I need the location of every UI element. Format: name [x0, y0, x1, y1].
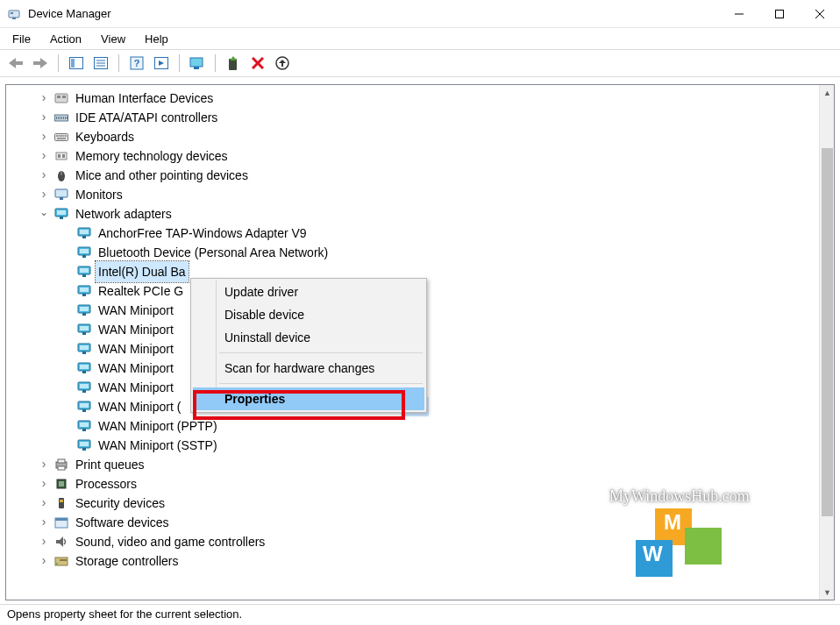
svg-rect-19: [190, 58, 203, 67]
svg-rect-32: [58, 117, 59, 119]
scroll-up-arrow[interactable]: ▲: [820, 85, 835, 100]
chevron-right-icon[interactable]: [38, 131, 50, 143]
show-hide-tree-button[interactable]: [66, 53, 87, 74]
chevron-right-icon[interactable]: [38, 458, 50, 471]
action-toolbar-button[interactable]: [151, 53, 172, 74]
chevron-none: [61, 420, 73, 432]
svg-rect-68: [80, 307, 89, 311]
scroll-thumb[interactable]: [822, 148, 833, 516]
network-icon: [53, 207, 69, 221]
app-icon: [7, 7, 21, 21]
svg-rect-92: [58, 459, 65, 463]
chevron-right-icon[interactable]: [38, 555, 50, 567]
context-menu-item[interactable]: Update driver: [193, 281, 424, 303]
uninstall-device-toolbar-button[interactable]: [247, 53, 268, 74]
tree-item[interactable]: WAN Miniport (PPTP): [8, 416, 818, 436]
svg-text:?: ?: [134, 58, 140, 68]
sound-icon: [53, 535, 69, 549]
tree-item-label: WAN Miniport: [96, 338, 176, 359]
svg-rect-44: [57, 138, 66, 139]
svg-rect-47: [62, 154, 65, 158]
tree-item[interactable]: AnchorFree TAP-Windows Adapter V9: [8, 224, 818, 243]
chevron-right-icon[interactable]: [38, 516, 50, 529]
tree-item-label: Network adapters: [73, 203, 174, 224]
tree-item-label: Monitors: [73, 184, 125, 205]
menu-file[interactable]: File: [4, 31, 39, 47]
chevron-down-icon[interactable]: [38, 208, 50, 220]
tree-item-label: AnchorFree TAP-Windows Adapter V9: [96, 223, 310, 244]
chevron-right-icon[interactable]: [38, 92, 50, 104]
tree-item[interactable]: WAN Miniport (SSTP): [8, 436, 818, 455]
context-menu-item-label: Scan for hardware changes: [224, 361, 374, 375]
help-toolbar-button[interactable]: ?: [126, 53, 147, 74]
properties-toolbar-button[interactable]: [90, 53, 111, 74]
status-text: Opens property sheet for the current sel…: [7, 607, 242, 621]
tree-item[interactable]: Keyboards: [8, 127, 818, 146]
svg-rect-0: [9, 11, 19, 18]
svg-rect-65: [80, 288, 89, 292]
svg-rect-36: [65, 117, 66, 119]
svg-marker-8: [33, 58, 47, 68]
tree-item[interactable]: Mice and other pointing devices: [8, 166, 818, 185]
svg-rect-66: [82, 294, 86, 296]
menu-help[interactable]: Help: [136, 31, 177, 47]
svg-rect-53: [57, 210, 66, 215]
maximize-button[interactable]: [759, 0, 800, 28]
chevron-right-icon[interactable]: [38, 497, 50, 509]
tree-item[interactable]: Monitors: [8, 185, 818, 204]
svg-rect-28: [57, 96, 61, 98]
chevron-right-icon[interactable]: [38, 478, 50, 490]
tree-item-label: Realtek PCIe G: [96, 281, 186, 302]
svg-rect-71: [80, 326, 89, 330]
minimize-button[interactable]: [719, 0, 759, 28]
svg-rect-89: [80, 442, 89, 446]
vertical-scrollbar[interactable]: ▲ ▼: [819, 85, 834, 600]
context-menu-separator: [219, 383, 423, 384]
network-icon: [76, 400, 92, 414]
tree-item[interactable]: Bluetooth Device (Personal Area Network): [8, 243, 818, 262]
menu-view[interactable]: View: [92, 31, 134, 47]
svg-rect-72: [82, 332, 86, 335]
svg-rect-84: [82, 409, 86, 412]
context-menu-item[interactable]: Disable device: [193, 303, 424, 326]
network-icon: [76, 284, 92, 298]
forward-button[interactable]: [30, 53, 51, 74]
tree-item[interactable]: IDE ATA/ATAPI controllers: [8, 108, 818, 127]
svg-rect-90: [82, 448, 86, 451]
chevron-right-icon[interactable]: [38, 111, 50, 124]
context-menu-item[interactable]: Scan for hardware changes: [193, 357, 424, 380]
tree-item[interactable]: Human Interface Devices: [8, 89, 818, 108]
chevron-right-icon[interactable]: [38, 150, 50, 162]
update-driver-toolbar-button[interactable]: [187, 53, 208, 74]
toolbar: ?: [0, 49, 840, 77]
keyboard-icon: [53, 130, 69, 144]
svg-rect-83: [80, 403, 89, 408]
menu-action[interactable]: Action: [41, 31, 90, 47]
printer-icon: [53, 458, 69, 472]
tree-item-label: Keyboards: [73, 126, 137, 147]
network-icon: [76, 438, 92, 452]
tree-item[interactable]: Print queues: [8, 455, 818, 474]
chevron-right-icon[interactable]: [38, 188, 50, 201]
close-button[interactable]: [800, 0, 840, 28]
tree-item-label: Sound, video and game controllers: [73, 531, 267, 552]
scroll-down-arrow[interactable]: ▼: [820, 585, 835, 600]
tree-item-label: Intel(R) Dual Ba: [96, 261, 189, 282]
chevron-right-icon[interactable]: [38, 536, 50, 548]
enable-device-toolbar-button[interactable]: [223, 53, 244, 74]
context-menu-item[interactable]: Properties: [193, 387, 424, 410]
status-bar: Opens property sheet for the current sel…: [0, 604, 840, 625]
svg-rect-81: [82, 390, 86, 393]
tree-item[interactable]: Network adapters: [8, 204, 818, 224]
svg-point-102: [56, 563, 58, 565]
svg-rect-39: [56, 135, 58, 137]
cpu-icon: [53, 477, 69, 491]
network-icon: [76, 265, 92, 279]
tree-pane: Human Interface DevicesIDE ATA/ATAPI con…: [5, 84, 835, 600]
scan-hardware-toolbar-button[interactable]: [272, 53, 293, 74]
svg-rect-96: [59, 498, 64, 508]
chevron-right-icon[interactable]: [38, 169, 50, 181]
tree-item[interactable]: Memory technology devices: [8, 146, 818, 166]
context-menu-item[interactable]: Uninstall device: [193, 326, 424, 349]
back-button[interactable]: [5, 53, 26, 74]
